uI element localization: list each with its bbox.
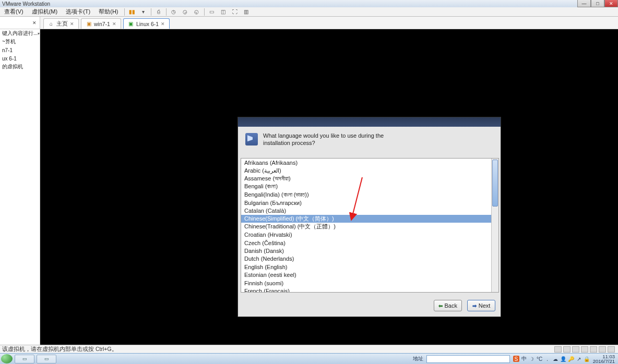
manage-icon[interactable]: ◵ xyxy=(193,8,201,16)
tray-icon[interactable]: 👤 xyxy=(560,356,566,362)
back-button[interactable]: ⬅ Back xyxy=(434,300,462,311)
menu-view[interactable]: 查看(V) xyxy=(0,7,28,17)
language-option[interactable]: Finnish (suomi) xyxy=(241,279,498,287)
window-title: VMware Workstation xyxy=(0,1,50,7)
device-icon[interactable] xyxy=(599,346,606,353)
taskbar-app[interactable]: ▭ xyxy=(15,355,34,363)
workspace: ✕ 键入内容进行... ▾ ~算机 n7-1 ux 6-1 的虚拟机 ⌂ 主页 … xyxy=(0,17,618,345)
unity-icon[interactable]: ◫ xyxy=(219,8,228,16)
language-option[interactable]: Afrikaans (Afrikaans) xyxy=(241,159,498,166)
tab-close-icon[interactable]: ✕ xyxy=(112,21,116,27)
start-button[interactable] xyxy=(1,354,13,363)
dropdown-icon[interactable]: ▾ xyxy=(139,8,148,16)
language-option[interactable]: Bengali(India) (বাংলা (ভারত)) xyxy=(241,191,498,199)
language-option[interactable]: Catalan (Català) xyxy=(241,207,498,214)
toolbar-separator xyxy=(151,8,151,16)
revert-icon[interactable]: ◶ xyxy=(181,8,189,16)
tray-icon[interactable]: . xyxy=(544,356,551,362)
sidebar-search[interactable]: 键入内容进行... ▾ xyxy=(0,29,40,38)
home-icon: ⌂ xyxy=(48,21,54,27)
device-icon[interactable] xyxy=(554,346,562,353)
fit-icon[interactable]: ▭ xyxy=(208,8,216,16)
sidebar-item-linux6[interactable]: ux 6-1 xyxy=(0,54,40,63)
tray-icon[interactable]: 🔑 xyxy=(568,356,574,362)
chevron-down-icon: ▾ xyxy=(38,31,40,36)
snapshot-icon[interactable]: ⎙ xyxy=(154,8,163,16)
sidebar-item-win7[interactable]: n7-1 xyxy=(0,46,40,54)
device-icon[interactable] xyxy=(608,346,615,353)
status-text: 该虚拟机，请在虚拟机内部单击或按 Ctrl+G。 xyxy=(0,346,117,353)
language-option[interactable]: Bulgarian (Български) xyxy=(241,199,498,207)
language-option[interactable]: Assamese (অসমীয়া) xyxy=(241,175,498,183)
tab-label: 主页 xyxy=(56,20,68,28)
tray-icon[interactable]: ☽ xyxy=(529,356,535,362)
device-icon[interactable] xyxy=(563,346,571,353)
menu-tabs[interactable]: 选项卡(T) xyxy=(62,7,94,17)
tab-label: win7-1 xyxy=(94,21,110,27)
address-input[interactable] xyxy=(426,355,510,363)
menu-vm[interactable]: 虚拟机(M) xyxy=(28,7,62,17)
tab-home[interactable]: ⌂ 主页 ✕ xyxy=(43,18,79,29)
device-icon[interactable] xyxy=(590,346,597,353)
maximize-button[interactable]: □ xyxy=(591,0,604,7)
language-option[interactable]: Croatian (Hrvatski) xyxy=(241,231,498,239)
language-option[interactable]: Bengali (বাংলা) xyxy=(241,183,498,190)
tray-icon[interactable]: °C xyxy=(537,356,543,362)
window-controls: — □ ✕ xyxy=(577,0,618,7)
language-option[interactable]: Danish (Dansk) xyxy=(241,247,498,254)
tab-linux6[interactable]: ▣ Linux 6-1 ✕ xyxy=(123,18,170,29)
menu-help[interactable]: 帮助(H) xyxy=(94,7,122,17)
language-option[interactable]: Arabic (العربية) xyxy=(241,166,498,174)
language-option[interactable]: Estonian (eesti keel) xyxy=(241,271,498,278)
sidebar-close-icon[interactable]: ✕ xyxy=(31,20,38,26)
tray-icon[interactable]: 🔒 xyxy=(584,356,590,362)
tabstrip: ⌂ 主页 ✕ ▣ win7-1 ✕ ▣ Linux 6-1 ✕ xyxy=(40,17,618,29)
sidebar-header: ✕ xyxy=(0,17,40,29)
language-option[interactable]: Chinese(Simplified) (中文（简体）) xyxy=(241,215,498,223)
window-titlebar: VMware Workstation — □ ✕ xyxy=(0,0,618,7)
language-option[interactable]: French (Français) xyxy=(241,287,498,293)
language-option[interactable]: English (English) xyxy=(241,263,498,271)
language-option[interactable]: Chinese(Traditional) (中文（正體）) xyxy=(241,223,498,230)
toolbar-separator xyxy=(124,8,125,16)
taskbar-app[interactable]: ▭ xyxy=(37,355,56,363)
tray-icon[interactable]: 中 xyxy=(521,356,527,362)
toolbar-separator xyxy=(204,8,205,16)
scrollbar[interactable] xyxy=(491,159,498,292)
taskbar-clock[interactable]: 11:03 2016/7/21 xyxy=(593,354,615,364)
sidebar-item-shared[interactable]: 的虚拟机 xyxy=(0,63,40,71)
arrow-left-icon: ⬅ xyxy=(438,303,443,309)
installer-question-line2: installation process? xyxy=(263,139,384,147)
fullscreen-icon[interactable]: ⛶ xyxy=(231,8,239,16)
clock-icon[interactable]: ◷ xyxy=(170,8,178,16)
installer-header: What language would you like to use duri… xyxy=(238,127,501,150)
close-button[interactable]: ✕ xyxy=(604,0,618,7)
device-icon[interactable] xyxy=(581,346,588,353)
tray-icon[interactable]: ☁ xyxy=(552,356,558,362)
device-icon[interactable] xyxy=(572,346,579,353)
tray-icon[interactable]: ↗ xyxy=(576,356,582,362)
language-list[interactable]: Afrikaans (Afrikaans)Arabic (العربية)Ass… xyxy=(241,158,499,293)
thumbnail-icon[interactable]: ▥ xyxy=(242,8,251,16)
language-option[interactable]: Dutch (Nederlands) xyxy=(241,255,498,263)
tab-close-icon[interactable]: ✕ xyxy=(161,21,165,27)
menubar: 查看(V) 虚拟机(M) 选项卡(T) 帮助(H) ▮▮ ▾ ⎙ ◷ ◶ ◵ ▭… xyxy=(0,7,618,17)
system-tray: S中☽°C.☁👤🔑↗🔒 xyxy=(513,356,590,362)
tab-close-icon[interactable]: ✕ xyxy=(70,21,74,27)
installer-question: What language would you like to use duri… xyxy=(263,132,384,147)
sidebar-item-computer[interactable]: ~算机 xyxy=(0,38,40,46)
next-button[interactable]: ➡ Next xyxy=(467,300,495,311)
toolbar-separator xyxy=(166,8,167,16)
arrow-right-icon: ➡ xyxy=(472,303,477,309)
vm-display[interactable]: What language would you like to use duri… xyxy=(40,29,618,345)
vm-icon: ▣ xyxy=(86,21,92,27)
sidebar: ✕ 键入内容进行... ▾ ~算机 n7-1 ux 6-1 的虚拟机 xyxy=(0,17,40,345)
scrollbar-thumb[interactable] xyxy=(492,160,498,207)
tab-win7[interactable]: ▣ win7-1 ✕ xyxy=(81,18,121,29)
language-option[interactable]: Czech (Čeština) xyxy=(241,239,498,247)
minimize-button[interactable]: — xyxy=(577,0,591,7)
installer-dialog: What language would you like to use duri… xyxy=(237,117,501,317)
tray-icon[interactable]: S xyxy=(513,356,519,362)
pause-icon[interactable]: ▮▮ xyxy=(128,8,136,16)
installer-button-row: ⬅ Back ➡ Next xyxy=(434,300,495,311)
